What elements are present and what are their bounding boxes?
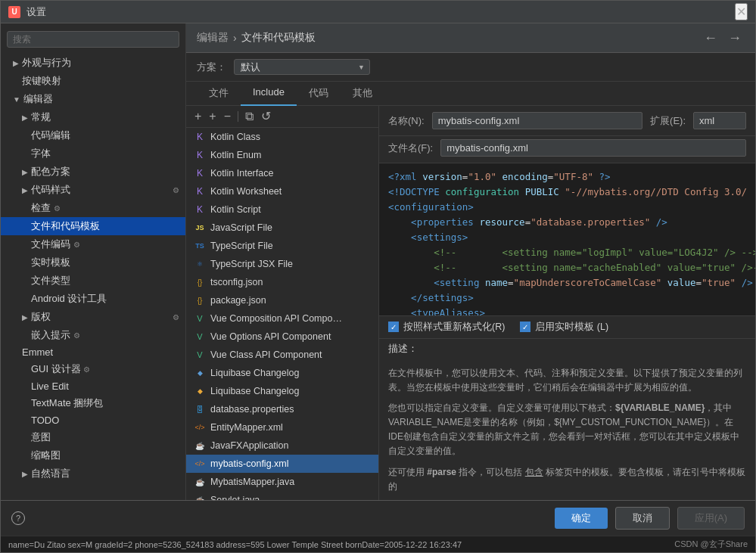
tab-code[interactable]: 代码 [297, 82, 341, 106]
sidebar-item-code-style[interactable]: ▶ 代码样式 ⚙ [1, 181, 185, 199]
file-item-vue-options[interactable]: V Vue Options API Component [186, 328, 378, 346]
live-template-checkbox[interactable]: ✓ 启用实时模板 (L) [520, 321, 608, 334]
file-item-ts[interactable]: TS TypeScript File [186, 237, 378, 255]
file-item-packagejson[interactable]: {} package.json [186, 291, 378, 309]
add-button[interactable]: + [192, 110, 204, 123]
arrow-icon-style: ▶ [22, 186, 28, 194]
file-item-javafx[interactable]: ☕ JavaFXApplication [186, 436, 378, 455]
name-input[interactable] [432, 112, 642, 129]
file-item-mybatis-mapper[interactable]: ☕ MybatisMapper.java [186, 473, 378, 491]
code-line-8: <setting name="mapUnderscoreToCamelCase"… [388, 275, 746, 290]
help-button[interactable]: ? [11, 511, 25, 525]
code-line-10: <typeAliases> [388, 306, 746, 315]
sidebar-item-code-editing[interactable]: 代码编辑 [1, 126, 185, 144]
js-icon: JS [194, 222, 206, 234]
file-item-js[interactable]: JS JavaScript File [186, 219, 378, 237]
code-line-5: <settings> [388, 230, 746, 245]
kotlin-icon: K [194, 203, 206, 216]
sidebar-item-live-edit[interactable]: Live Edit [1, 378, 185, 394]
copy-button[interactable]: ⧉ [243, 110, 256, 123]
sidebar-item-general[interactable]: ▶ 常规 [1, 108, 185, 126]
code-editor[interactable]: <?xml version="1.0" encoding="UTF-8" ?> … [379, 163, 755, 315]
filename-input[interactable] [440, 139, 746, 157]
sidebar-item-android-tools[interactable]: Android 设计工具 [1, 290, 185, 308]
close-button[interactable]: ✕ [735, 3, 748, 20]
sidebar-item-live-templates[interactable]: 实时模板 [1, 253, 185, 272]
sidebar-item-copyright[interactable]: ▶ 版权 ⚙ [1, 308, 185, 326]
tab-other[interactable]: 其他 [341, 82, 384, 106]
file-item-kotlin-enum[interactable]: K Kotlin Enum [186, 146, 378, 164]
breadcrumb-current: 文件和代码模板 [241, 31, 316, 45]
reformat-checkbox[interactable]: ✓ 按照样式重新格式化(R) [388, 321, 505, 334]
sidebar-item-editor[interactable]: ▼ 编辑器 [1, 90, 185, 108]
content-header: 编辑器 › 文件和代码模板 ← → [186, 23, 755, 53]
arrow-down-icon: ▼ [13, 95, 20, 104]
sidebar-item-keymap[interactable]: 按键映射 [1, 72, 185, 90]
file-item-tsconfig[interactable]: {} tsconfig.json [186, 273, 378, 291]
scheme-select[interactable]: 默认 项目 [234, 59, 370, 75]
code-line-4: <properties resource="database.propertie… [388, 215, 746, 230]
tab-files[interactable]: 文件 [197, 82, 241, 106]
checkbox-row: ✓ 按照样式重新格式化(R) ✓ 启用实时模板 (L) [379, 315, 755, 339]
reset-button[interactable]: ↺ [259, 110, 273, 123]
file-item-kotlin-script[interactable]: K Kotlin Script [186, 200, 378, 219]
nav-buttons: ← → [701, 30, 745, 46]
toolbar-separator [238, 111, 238, 122]
file-item-mybatis-config[interactable]: </> mybatis-config.xml [186, 455, 378, 473]
ext-input[interactable] [693, 112, 746, 129]
live-template-check-box: ✓ [520, 322, 530, 332]
liquibase-icon1: ◆ [194, 367, 206, 379]
file-item-servlet[interactable]: ☕ Servlet.java [186, 491, 378, 500]
help-icon[interactable]: ? [11, 511, 25, 525]
java-icon: ☕ [194, 440, 206, 452]
file-item-tsx[interactable]: ⚛ TypeScript JSX File [186, 255, 378, 273]
tabs-bar: 文件 Include 代码 其他 [186, 82, 755, 106]
file-item-liquibase1[interactable]: ◆ Liquibase Changelog [186, 364, 378, 382]
sidebar-item-appearance[interactable]: ▶ 外观与行为 [1, 54, 185, 72]
sidebar-item-color-scheme[interactable]: ▶ 配色方案 [1, 163, 185, 181]
forward-button[interactable]: → [725, 30, 745, 46]
breadcrumb: 编辑器 › 文件和代码模板 [197, 31, 316, 45]
back-button[interactable]: ← [701, 30, 720, 46]
cancel-button[interactable]: 取消 [615, 507, 670, 530]
remove-button[interactable]: − [222, 110, 233, 123]
file-item-vue-class[interactable]: V Vue Class API Component [186, 346, 378, 364]
apply-button[interactable]: 应用(A) [677, 507, 745, 530]
file-item-kotlin-class[interactable]: K Kotlin Class [186, 128, 378, 146]
breadcrumb-separator: › [233, 32, 237, 44]
sidebar-item-emmet[interactable]: Emmet [1, 344, 185, 360]
file-item-kotlin-interface[interactable]: K Kotlin Interface [186, 164, 378, 182]
file-item-kotlin-worksheet[interactable]: K Kotlin Worksheet [186, 182, 378, 200]
ts-icon: TS [194, 240, 206, 252]
file-item-vue-composition[interactable]: V Vue Composition API Compo… [186, 309, 378, 328]
sidebar-item-file-types[interactable]: 文件类型 [1, 272, 185, 290]
vue-icon: V [194, 312, 206, 325]
xml-icon: </> [194, 421, 206, 433]
name-label: 名称(N): [388, 114, 425, 128]
kotlin-icon: K [194, 131, 206, 143]
sidebar-item-file-templates[interactable]: 文件和代码模板 [1, 217, 185, 235]
sidebar-item-font[interactable]: 字体 [1, 144, 185, 163]
sidebar-item-intentions[interactable]: 意图 [1, 428, 185, 446]
sidebar-item-thumbnail[interactable]: 缩略图 [1, 446, 185, 464]
tab-include[interactable]: Include [241, 82, 297, 106]
sidebar-item-inlay-hints[interactable]: 嵌入提示 ⚙ [1, 326, 185, 344]
sidebar-item-textmate[interactable]: TextMate 捆绑包 [1, 394, 185, 412]
sidebar-item-natural-language[interactable]: ▶ 自然语言 [1, 464, 185, 483]
file-item-entity-mapper[interactable]: </> EntityMapper.xml [186, 418, 378, 436]
sidebar-item-gui-designer[interactable]: GUI 设计器 ⚙ [1, 360, 185, 378]
file-item-db-properties[interactable]: 🗄 database.properties [186, 400, 378, 418]
scheme-label: 方案： [197, 61, 226, 74]
sidebar-item-todo[interactable]: TODO [1, 412, 185, 428]
json-icon2: {} [194, 294, 206, 306]
sidebar-item-file-encoding[interactable]: 文件编码 ⚙ [1, 235, 185, 253]
add-alt-button[interactable]: + [207, 110, 218, 123]
liquibase-icon2: ◆ [194, 385, 206, 397]
search-input[interactable] [7, 31, 179, 48]
sidebar-item-inspection[interactable]: 检查 ⚙ [1, 199, 185, 217]
scheme-row: 方案： 默认 项目 [186, 53, 755, 82]
confirm-button[interactable]: 确定 [555, 508, 608, 529]
arrow-icon: ▶ [13, 59, 19, 67]
vue-icon3: V [194, 349, 206, 361]
file-item-liquibase2[interactable]: ◆ Liquibase Changelog [186, 382, 378, 400]
